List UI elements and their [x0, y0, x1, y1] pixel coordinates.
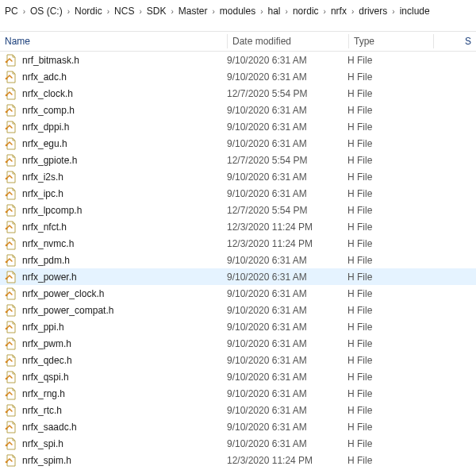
file-row[interactable]: nrfx_lpcomp.h12/7/2020 5:54 PMH File [0, 202, 476, 218]
chevron-right-icon[interactable]: › [64, 7, 73, 16]
svg-point-22 [6, 427, 8, 430]
breadcrumb-segment[interactable]: SDK [145, 6, 168, 17]
svg-point-24 [6, 460, 8, 463]
svg-point-8 [6, 194, 8, 196]
file-date: 9/10/2020 6:31 AM [227, 138, 347, 149]
header-file-icon [5, 354, 17, 367]
file-row[interactable]: nrfx_pdm.h9/10/2020 6:31 AMH File [0, 252, 476, 268]
file-row[interactable]: nrfx_qspi.h9/10/2020 6:31 AMH File [0, 368, 476, 385]
file-row[interactable]: nrfx_power_compat.h9/10/2020 6:31 AMH Fi… [0, 302, 476, 318]
file-row[interactable]: nrfx_power.h9/10/2020 6:31 AMH File [0, 268, 476, 285]
header-file-icon [5, 187, 17, 200]
breadcrumb-segment[interactable]: hal [267, 6, 282, 17]
file-name: nrfx_power_compat.h [22, 305, 227, 316]
file-row[interactable]: nrfx_qdec.h9/10/2020 6:31 AMH File [0, 352, 476, 368]
file-name: nrf_bitmask.h [22, 55, 227, 66]
file-row[interactable]: nrfx_adc.h9/10/2020 6:31 AMH File [0, 68, 476, 85]
breadcrumb-segment[interactable]: nrfx [329, 6, 348, 17]
chevron-right-icon[interactable]: › [136, 7, 144, 16]
file-name: nrfx_egu.h [22, 138, 227, 149]
chevron-right-icon[interactable]: › [20, 7, 29, 16]
file-name: nrfx_pwm.h [22, 338, 227, 349]
chevron-right-icon[interactable]: › [167, 7, 176, 16]
file-type: H File [347, 305, 432, 316]
breadcrumb-segment[interactable]: PC [3, 6, 20, 17]
file-row[interactable]: nrfx_pwm.h9/10/2020 6:31 AMH File [0, 335, 476, 352]
file-row[interactable]: nrfx_rtc.h9/10/2020 6:31 AMH File [0, 402, 476, 418]
file-name: nrfx_saadc.h [22, 422, 227, 433]
header-file-icon [5, 54, 17, 67]
file-row[interactable]: nrfx_comp.h9/10/2020 6:31 AMH File [0, 102, 476, 118]
file-row[interactable]: nrfx_power_clock.h9/10/2020 6:31 AMH Fil… [0, 285, 476, 302]
file-row[interactable]: nrfx_dppi.h9/10/2020 6:31 AMH File [0, 118, 476, 135]
header-file-icon [5, 304, 17, 317]
file-name: nrfx_lpcomp.h [22, 205, 227, 216]
file-type: H File [347, 238, 432, 249]
header-file-icon [5, 404, 17, 417]
breadcrumb-segment[interactable]: NCS [113, 6, 136, 17]
file-date: 9/10/2020 6:31 AM [227, 121, 347, 133]
file-row[interactable]: nrfx_nvmc.h12/3/2020 11:24 PMH File [0, 235, 476, 252]
svg-point-15 [6, 310, 8, 313]
file-date: 12/7/2020 5:54 PM [227, 88, 347, 99]
file-row[interactable]: nrfx_spim.h12/3/2020 11:24 PMH File [0, 452, 476, 468]
chevron-right-icon[interactable]: › [348, 7, 357, 16]
file-type: H File [347, 322, 432, 333]
header-file-icon [5, 387, 17, 400]
file-row[interactable]: nrfx_nfct.h12/3/2020 11:24 PMH File [0, 218, 476, 235]
breadcrumb-segment[interactable]: OS (C:) [29, 6, 64, 17]
file-row[interactable]: nrfx_saadc.h9/10/2020 6:31 AMH File [0, 418, 476, 435]
file-row[interactable]: nrfx_egu.h9/10/2020 6:31 AMH File [0, 135, 476, 152]
breadcrumb-segment[interactable]: Master [177, 6, 209, 17]
file-date: 9/10/2020 6:31 AM [227, 422, 347, 433]
file-name: nrfx_rng.h [22, 388, 227, 399]
breadcrumb-segment[interactable]: drivers [357, 6, 389, 17]
file-type: H File [347, 338, 432, 349]
header-file-icon [5, 221, 17, 233]
breadcrumb[interactable]: PC›OS (C:)›Nordic›NCS›SDK›Master›modules… [0, 0, 476, 23]
svg-point-14 [6, 294, 8, 296]
breadcrumb-segment[interactable]: modules [218, 6, 257, 17]
file-date: 9/10/2020 6:31 AM [227, 305, 347, 316]
file-row[interactable]: nrfx_rng.h9/10/2020 6:31 AMH File [0, 385, 476, 402]
file-type: H File [347, 55, 432, 66]
file-date: 9/10/2020 6:31 AM [227, 355, 347, 366]
column-header-name[interactable]: Name [0, 33, 227, 50]
file-type: H File [347, 255, 432, 266]
file-date: 9/10/2020 6:31 AM [227, 388, 347, 399]
chevron-right-icon[interactable]: › [209, 7, 217, 16]
breadcrumb-segment[interactable]: include [398, 6, 432, 17]
header-file-icon [5, 154, 17, 167]
column-header-size[interactable]: S [434, 33, 476, 50]
file-row[interactable]: nrfx_ppi.h9/10/2020 6:31 AMH File [0, 318, 476, 335]
column-header-type[interactable]: Type [349, 33, 433, 50]
file-date: 9/10/2020 6:31 AM [227, 288, 347, 299]
svg-point-11 [6, 244, 8, 246]
header-file-icon [5, 321, 17, 333]
chevron-right-icon[interactable]: › [257, 7, 266, 16]
file-row[interactable]: nrfx_ipc.h9/10/2020 6:31 AMH File [0, 185, 476, 202]
chevron-right-icon[interactable]: › [282, 7, 291, 16]
file-date: 9/10/2020 6:31 AM [227, 171, 347, 183]
file-name: nrfx_comp.h [22, 105, 227, 116]
svg-point-4 [6, 127, 8, 129]
file-row[interactable]: nrfx_gpiote.h12/7/2020 5:54 PMH File [0, 152, 476, 168]
chevron-right-icon[interactable]: › [321, 7, 329, 16]
breadcrumb-segment[interactable]: Nordic [73, 6, 104, 17]
breadcrumb-segment[interactable]: nordic [291, 6, 321, 17]
file-type: H File [347, 438, 432, 449]
chevron-right-icon[interactable]: › [389, 7, 397, 16]
file-name: nrfx_qdec.h [22, 355, 227, 366]
header-file-icon [5, 237, 17, 250]
file-row[interactable]: nrfx_spi.h9/10/2020 6:31 AMH File [0, 435, 476, 452]
file-type: H File [347, 372, 432, 383]
file-row[interactable]: nrfx_i2s.h9/10/2020 6:31 AMH File [0, 168, 476, 185]
file-row[interactable]: nrfx_clock.h12/7/2020 5:54 PMH File [0, 85, 476, 102]
file-name: nrfx_ipc.h [22, 188, 227, 199]
file-row[interactable]: nrf_bitmask.h9/10/2020 6:31 AMH File [0, 52, 476, 68]
file-date: 9/10/2020 6:31 AM [227, 338, 347, 349]
column-header-date[interactable]: Date modified [228, 33, 348, 50]
file-type: H File [347, 388, 432, 399]
file-list[interactable]: nrf_bitmask.h9/10/2020 6:31 AMH Filenrfx… [0, 52, 476, 468]
chevron-right-icon[interactable]: › [104, 7, 113, 16]
